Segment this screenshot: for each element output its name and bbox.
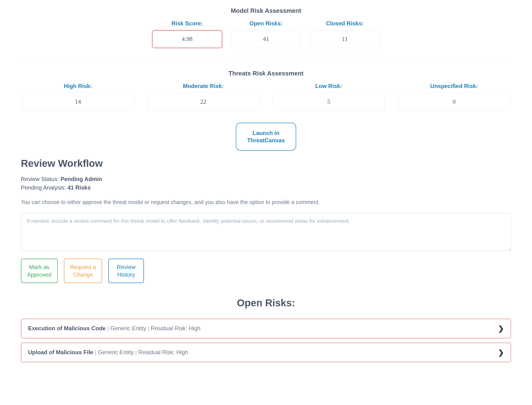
separator: |	[148, 325, 151, 331]
review-workflow-heading: Review Workflow	[21, 158, 511, 169]
review-status-value: Pending Admin	[61, 176, 102, 182]
threats-stat-row: High Risk: 14 Moderate Risk: 22 Low Risk…	[21, 83, 511, 111]
risk-name: Execution of Malicious Code	[28, 325, 106, 331]
closed-risks-label: Closed Risks:	[326, 20, 364, 27]
risk-entity: Generic Entity	[110, 325, 146, 331]
risk-residual-level: High	[189, 325, 200, 331]
risk-item[interactable]: Upload of Malicious File | Generic Entit…	[21, 343, 511, 362]
risk-entity: Generic Entity	[98, 349, 134, 355]
open-risks-title: Open Risks:	[21, 297, 511, 309]
review-comment-textarea[interactable]	[21, 213, 511, 251]
moderate-risk-label: Moderate Risk:	[183, 83, 224, 89]
threats-risk-assessment-section: Threats Risk Assessment High Risk: 14 Mo…	[21, 70, 511, 111]
model-stat-row: Risk Score: 4.98 Open Risks: 41 Closed R…	[21, 20, 511, 48]
risk-score-label: Risk Score:	[172, 20, 203, 27]
unspecified-risk-value: 0	[398, 93, 510, 111]
request-change-button[interactable]: Request a Change	[64, 259, 102, 283]
risk-residual-level: High	[176, 349, 188, 355]
risk-item[interactable]: Execution of Malicious Code | Generic En…	[21, 319, 511, 338]
unspecified-risk-block: Unspecified Risk: 0	[398, 83, 510, 111]
review-description: You can choose to either approve the thr…	[21, 199, 511, 205]
review-status-line: Review Status: Pending Admin	[21, 176, 511, 182]
separator: |	[135, 349, 138, 355]
open-risks-value: 41	[231, 30, 301, 48]
risk-item-text: Upload of Malicious File | Generic Entit…	[28, 349, 188, 356]
open-risks-section: Open Risks: Execution of Malicious Code …	[21, 297, 511, 362]
risk-score-value: 4.98	[152, 30, 222, 48]
high-risk-value: 14	[22, 93, 134, 111]
review-workflow-section: Review Workflow Review Status: Pending A…	[21, 158, 511, 283]
open-risks-block: Open Risks: 41	[231, 20, 301, 48]
request-change-line2: Change	[73, 271, 93, 278]
unspecified-risk-label: Unspecified Risk:	[430, 83, 478, 89]
risk-residual-label: Residual Risk:	[151, 325, 187, 331]
high-risk-label: High Risk:	[64, 83, 92, 89]
launch-threatcanvas-button[interactable]: Launch in ThreatCanvas	[236, 123, 296, 151]
risk-name: Upload of Malicious File	[28, 349, 93, 355]
separator: |	[107, 325, 110, 331]
low-risk-block: Low Risk: 5	[273, 83, 385, 111]
model-assessment-title: Model Risk Assessment	[21, 7, 511, 14]
request-change-line1: Request a	[70, 264, 96, 270]
risk-residual-label: Residual Risk:	[138, 349, 175, 355]
risk-item-text: Execution of Malicious Code | Generic En…	[28, 325, 200, 332]
review-status-label: Review Status:	[21, 176, 61, 182]
separator: |	[95, 349, 98, 355]
pending-analysis-label: Pending Analysis:	[21, 184, 68, 191]
launch-button-line1: Launch in	[252, 130, 279, 136]
low-risk-label: Low Risk:	[315, 83, 342, 89]
model-risk-assessment-section: Model Risk Assessment Risk Score: 4.98 O…	[21, 7, 511, 48]
launch-button-line2: ThreatCanvas	[247, 137, 285, 143]
mark-approved-line1: Mark as	[29, 264, 49, 270]
pending-analysis-value: 41 Risks	[68, 184, 90, 191]
divider	[21, 59, 511, 59]
review-history-line1: Review	[117, 264, 136, 270]
threats-assessment-title: Threats Risk Assessment	[21, 70, 511, 77]
low-risk-value: 5	[273, 93, 385, 111]
chevron-right-icon: ❯	[498, 348, 504, 357]
high-risk-block: High Risk: 14	[22, 83, 134, 111]
open-risks-label: Open Risks:	[249, 20, 283, 27]
risk-score-block: Risk Score: 4.98	[152, 20, 222, 48]
mark-as-approved-button[interactable]: Mark as Approved	[21, 259, 58, 283]
moderate-risk-block: Moderate Risk: 22	[147, 83, 259, 111]
mark-approved-line2: Approved	[27, 271, 52, 278]
review-history-line2: History	[117, 271, 135, 278]
review-buttons-row: Mark as Approved Request a Change Review…	[21, 259, 511, 283]
chevron-right-icon: ❯	[498, 324, 504, 333]
closed-risks-value: 11	[310, 30, 380, 48]
review-history-button[interactable]: Review History	[108, 259, 144, 283]
moderate-risk-value: 22	[147, 93, 259, 111]
closed-risks-block: Closed Risks: 11	[310, 20, 380, 48]
pending-analysis-line: Pending Analysis: 41 Risks	[21, 184, 511, 191]
